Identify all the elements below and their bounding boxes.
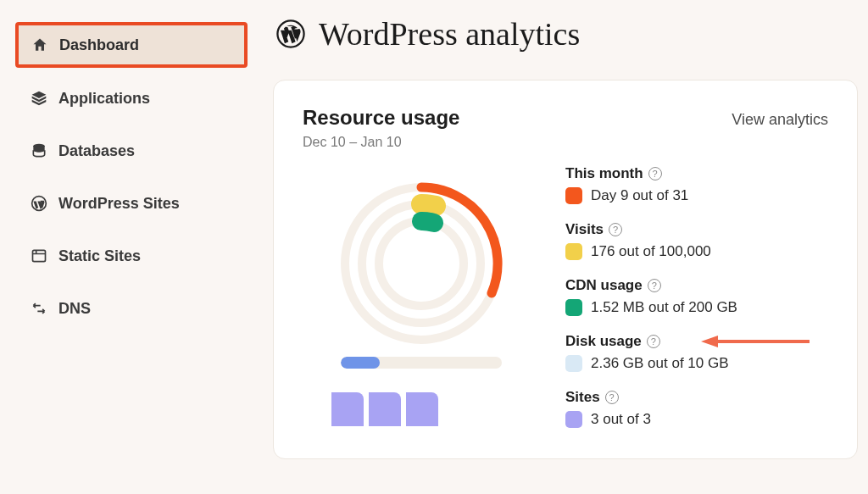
- sidebar-item-wordpress-sites[interactable]: WordPress Sites: [15, 181, 248, 225]
- help-icon[interactable]: ?: [647, 335, 660, 348]
- sidebar-item-label: DNS: [58, 300, 91, 318]
- help-icon[interactable]: ?: [609, 223, 622, 236]
- legend-title: Sites: [565, 389, 600, 406]
- usage-chart: [303, 165, 540, 428]
- svg-point-7: [392, 235, 450, 292]
- radial-chart: [324, 170, 519, 348]
- legend-sites: Sites ? 3 out of 3: [565, 389, 828, 428]
- legend-value: Day 9 out of 31: [591, 187, 688, 204]
- sidebar-item-dashboard[interactable]: Dashboard: [15, 22, 248, 68]
- sidebar-item-databases[interactable]: Databases: [15, 129, 248, 173]
- wordpress-icon: [30, 194, 48, 213]
- layers-icon: [30, 89, 48, 108]
- swatch-green: [565, 299, 582, 316]
- wordpress-logo-icon: [276, 19, 305, 48]
- sidebar-item-dns[interactable]: DNS: [15, 286, 248, 330]
- dns-icon: [30, 299, 48, 318]
- legend-cdn: CDN usage ? 1.52 MB out of 200 GB: [565, 277, 828, 316]
- swatch-yellow: [565, 243, 582, 260]
- legend: This month ? Day 9 out of 31 Visits ?: [565, 165, 828, 428]
- legend-disk: Disk usage ? 2.36 GB out of 10 GB: [565, 333, 828, 372]
- legend-value: 176 out of 100,000: [591, 243, 711, 260]
- sidebar-item-label: Static Sites: [58, 247, 141, 265]
- browser-icon: [30, 247, 48, 265]
- legend-title: This month: [565, 165, 643, 182]
- sidebar-item-label: WordPress Sites: [58, 195, 180, 213]
- site-block: [331, 392, 364, 426]
- sites-blocks: [331, 392, 438, 426]
- legend-value: 2.36 GB out of 10 GB: [591, 355, 729, 372]
- database-icon: [30, 142, 48, 160]
- legend-value: 1.52 MB out of 200 GB: [591, 299, 737, 316]
- sidebar-item-label: Applications: [58, 90, 150, 108]
- home-icon: [31, 36, 49, 54]
- svg-rect-2: [33, 250, 46, 261]
- swatch-orange: [565, 187, 582, 204]
- resource-usage-card: Resource usage View analytics Dec 10 – J…: [273, 80, 858, 459]
- legend-title: CDN usage: [565, 277, 643, 294]
- sidebar-item-static-sites[interactable]: Static Sites: [15, 234, 248, 278]
- view-analytics-link[interactable]: View analytics: [732, 111, 828, 129]
- swatch-violet: [565, 411, 582, 428]
- sidebar-item-applications[interactable]: Applications: [15, 76, 248, 120]
- card-title: Resource usage: [303, 106, 459, 130]
- help-icon[interactable]: ?: [648, 167, 662, 180]
- disk-usage-bar: [341, 357, 502, 369]
- sidebar-item-label: Databases: [58, 142, 135, 160]
- sidebar: Dashboard Applications Databases WordPre…: [0, 0, 263, 494]
- legend-value: 3 out of 3: [591, 411, 651, 428]
- sidebar-item-label: Dashboard: [59, 36, 139, 54]
- site-block: [369, 392, 401, 426]
- help-icon[interactable]: ?: [605, 391, 619, 404]
- page-title: WordPress analytics: [319, 15, 580, 53]
- site-block: [406, 392, 438, 426]
- page-header: WordPress analytics: [273, 15, 858, 53]
- date-range: Dec 10 – Jan 10: [303, 135, 828, 150]
- legend-visits: Visits ? 176 out of 100,000: [565, 221, 828, 260]
- help-icon[interactable]: ?: [648, 279, 661, 292]
- swatch-light-blue: [565, 355, 582, 372]
- legend-this-month: This month ? Day 9 out of 31: [565, 165, 828, 204]
- legend-title: Visits: [565, 221, 604, 238]
- disk-usage-fill: [341, 357, 380, 369]
- main-content: WordPress analytics Resource usage View …: [263, 0, 868, 494]
- legend-title: Disk usage: [565, 333, 642, 350]
